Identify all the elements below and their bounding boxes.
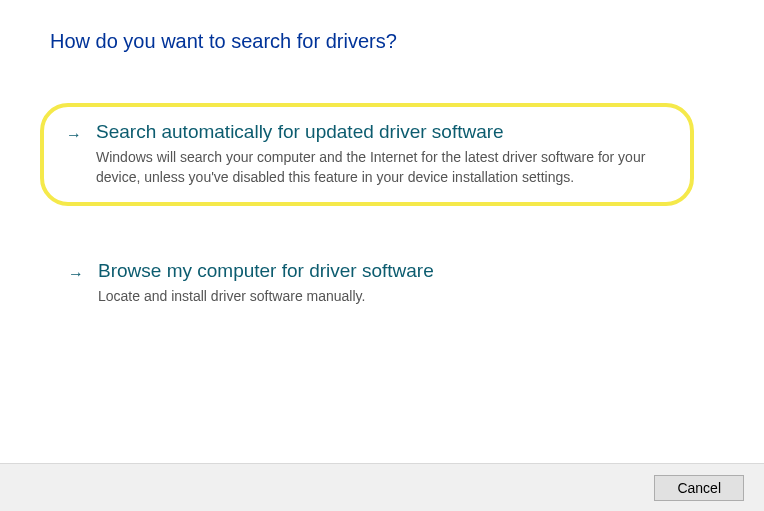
- option-description: Locate and install driver software manua…: [98, 286, 696, 306]
- arrow-right-icon: →: [66, 126, 82, 144]
- cancel-button[interactable]: Cancel: [654, 475, 744, 501]
- dialog-footer: Cancel: [0, 463, 764, 511]
- option-content: Browse my computer for driver software L…: [98, 260, 696, 306]
- option-title: Browse my computer for driver software: [98, 260, 696, 282]
- option-content: Search automatically for updated driver …: [96, 121, 668, 188]
- option-description: Windows will search your computer and th…: [96, 147, 668, 188]
- page-title: How do you want to search for drivers?: [50, 30, 714, 53]
- option-title: Search automatically for updated driver …: [96, 121, 668, 143]
- arrow-right-icon: →: [68, 265, 84, 283]
- option-browse-computer[interactable]: → Browse my computer for driver software…: [50, 246, 714, 320]
- dialog-content: How do you want to search for drivers? →…: [0, 0, 764, 320]
- option-search-automatically[interactable]: → Search automatically for updated drive…: [40, 103, 694, 206]
